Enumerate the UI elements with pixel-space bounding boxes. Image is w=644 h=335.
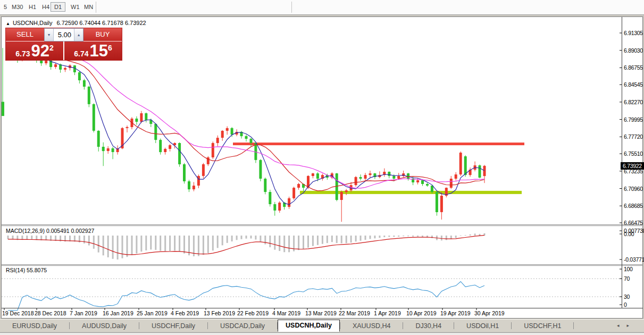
date-axis-label: 4 Mar 2019 [272, 310, 300, 316]
candle [202, 164, 205, 176]
candle [288, 198, 290, 207]
candle [264, 179, 266, 192]
candle [464, 156, 467, 175]
macd-label: MACD(12,26,9) 0.005491 0.002927 [6, 228, 94, 234]
candle [459, 153, 462, 174]
candle [216, 138, 219, 143]
candle [479, 165, 481, 178]
volume-decrease-button[interactable]: ▾ [45, 29, 54, 41]
date-axis-label: 16 Jan 2019 [103, 310, 133, 316]
timeframe-button-5[interactable]: 5 [2, 3, 9, 11]
chevron-down-icon: ▾ [48, 32, 50, 37]
buy-price[interactable]: 6.74156 [64, 41, 122, 60]
tab-eurusd[interactable]: EURUSD,Daily [0, 320, 69, 332]
tab-usdcad[interactable]: USDCAD,Daily [208, 320, 277, 332]
candle [40, 60, 43, 63]
price-axis-label: 6.89030 [624, 47, 643, 54]
ma-slow [8, 46, 484, 188]
volume-increase-button[interactable]: ▴ [74, 29, 83, 41]
date-axis-label: 4 Feb 2019 [171, 310, 199, 316]
date-axis-label: 19 Apr 2019 [440, 310, 471, 316]
support-line[interactable] [300, 191, 522, 194]
rsi-axis-label: 0 [624, 302, 627, 308]
buy-price-sup: 6 [108, 44, 112, 52]
candle [340, 192, 343, 200]
candle [221, 131, 224, 138]
candle [416, 180, 419, 182]
date-axis-label: 1 Apr 2019 [374, 310, 401, 316]
candle [364, 175, 367, 179]
buy-price-big: 15 [89, 42, 107, 60]
macd-axis-label: -0.037714 [624, 256, 644, 263]
buy-price-prefix: 6.74 [74, 49, 88, 58]
tab-usdoil[interactable]: USDOil,H1 [454, 320, 511, 332]
timeframe-button-mn[interactable]: MN [82, 3, 95, 11]
candle [193, 186, 195, 189]
trade-panel: SELL ▾ 5.00 ▴ BUY 6.73922 6.74156 [6, 28, 122, 60]
price-axis-label: 6.84545 [624, 81, 643, 88]
price-axis-label: 6.91305 [624, 30, 643, 36]
timeframe-button-h1[interactable]: H1 [27, 3, 38, 11]
candle [78, 72, 81, 80]
timeframe-button-m30[interactable]: M30 [10, 3, 25, 11]
sell-button[interactable]: SELL [6, 28, 44, 41]
candle [397, 176, 400, 179]
candle [64, 68, 66, 70]
toolbar-separator [96, 2, 96, 13]
date-axis-label: 13 Mar 2019 [305, 310, 337, 316]
toolbar-separator [291, 2, 292, 13]
candle [388, 172, 390, 176]
chart-window: ▲USDCNH,Daily6.72590 6.74044 6.71678 6.7… [1, 16, 643, 319]
date-axis-label: 28 Dec 2018 [35, 310, 66, 316]
candle [431, 186, 433, 192]
date-axis-label: 10 Apr 2019 [406, 310, 437, 316]
ma-medium [8, 48, 484, 191]
tab-usdchf[interactable]: USDCHF,Daily [139, 320, 207, 332]
date-axis-label: 7 Jan 2019 [70, 310, 97, 316]
candle [426, 184, 429, 186]
mt4-terminal: 5M30H1H4D1W1MN ▲USDCNH,Daily6.72590 6.74… [0, 0, 644, 335]
candle [297, 184, 300, 188]
candle [154, 124, 157, 140]
buy-button[interactable]: BUY [83, 28, 122, 41]
sell-price[interactable]: 6.73922 [6, 41, 63, 60]
candle [45, 60, 47, 63]
tab-dj30[interactable]: DJ30,H4 [403, 320, 454, 332]
candle [97, 131, 100, 147]
tab-scroll-right-icon[interactable]: ▸ [626, 323, 637, 328]
collapse-arrow-icon[interactable]: ▲ [6, 21, 10, 26]
rsi-axis-label: 30 [624, 294, 630, 300]
candle [421, 180, 424, 184]
timeframe-button-d1[interactable]: D1 [51, 2, 65, 12]
price-axis-label: 6.77720 [624, 133, 643, 140]
current-price-tag: 6.73922 [621, 162, 644, 170]
price-axis-label: 6.70960 [624, 186, 643, 192]
candle [102, 147, 105, 151]
volume-input[interactable]: 5.00 [54, 29, 74, 41]
candle [188, 181, 190, 189]
candle [245, 136, 248, 139]
chevron-up-icon: ▴ [78, 32, 80, 37]
candle [183, 164, 186, 181]
tab-xauusd[interactable]: XAUUSD,H4 [340, 320, 403, 332]
candle [54, 64, 57, 67]
tab-usdchf[interactable]: USDCHF,H1 [512, 320, 573, 332]
candle [455, 174, 457, 179]
candle [392, 176, 395, 179]
tab-audusd[interactable]: AUDUSD,Daily [70, 320, 139, 332]
chart-surface[interactable] [2, 17, 643, 319]
candle [145, 113, 147, 120]
candle [436, 192, 438, 212]
rsi-axis-label: 100 [624, 266, 633, 272]
timeframe-button-h4[interactable]: H4 [40, 3, 52, 11]
candle [107, 148, 110, 151]
candle [312, 173, 314, 176]
resistance-line[interactable] [233, 143, 524, 145]
macd-axis-label: 0.00 [624, 231, 634, 237]
timeframe-button-w1[interactable]: W1 [69, 3, 82, 11]
tab-scroll-left-icon[interactable]: ◂ [617, 323, 627, 328]
chart-title: ▲USDCNH,Daily6.72590 6.74044 6.71678 6.7… [6, 20, 146, 26]
volume-spinner: ▾ 5.00 ▴ [44, 28, 83, 41]
tab-usdcnh[interactable]: USDCNH,Daily [278, 320, 340, 332]
rsi-label: RSI(14) 55.8075 [6, 267, 47, 273]
